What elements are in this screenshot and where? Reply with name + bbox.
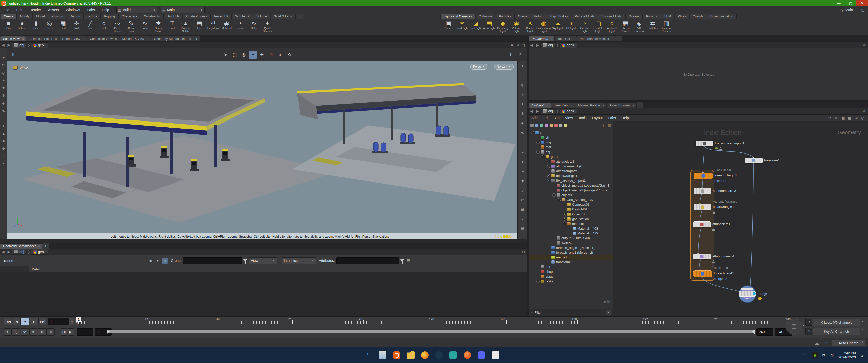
shelf-tool-portal-light[interactable]: ▢Portal Light	[592, 20, 605, 33]
node-body[interactable]	[694, 204, 711, 210]
snapshot-icon[interactable]: ⌖	[249, 51, 257, 59]
tree-row-objnet1[interactable]: -objnet1	[529, 193, 613, 197]
spinner-icon[interactable]: ⇕	[862, 340, 864, 343]
tree-row-gas-station[interactable]: +gas_station	[529, 217, 613, 221]
tree-row-object01[interactable]: +Object01	[529, 212, 613, 217]
shelf-tool-gamepad-camera[interactable]: ▥Gamepad Camera	[660, 20, 673, 33]
objects-filter-icon[interactable]	[535, 124, 538, 127]
shelf-tab-lights-and-cameras[interactable]: Lights and Cameras	[440, 13, 475, 19]
view-tool-icon[interactable]: ➤	[221, 51, 229, 59]
spreadsheet-body[interactable]: Indie	[0, 272, 527, 317]
tree-row-geo1[interactable]: -geo1	[529, 154, 613, 159]
global-animation-icon[interactable]: ⊕	[29, 328, 37, 335]
expand-icon[interactable]: +	[563, 212, 566, 216]
close-icon[interactable]: ✕	[115, 38, 117, 40]
shelf-tab-simple-fx[interactable]: Simple FX	[232, 13, 253, 19]
select-points-icon[interactable]: ✱	[0, 92, 7, 99]
forward-icon[interactable]: ▶	[6, 250, 12, 254]
expand-icon[interactable]: +	[547, 174, 550, 177]
pin-icon[interactable]: ☊	[863, 43, 866, 47]
tree-row-object-merge1[interactable]: object_merge1 (../objnet1/Gas_S	[529, 183, 613, 188]
shelf-tool-environment-light[interactable]: ◍Environment Light	[537, 20, 550, 33]
view-dropdown[interactable]: View▼	[249, 257, 277, 264]
taskbar-app-steam[interactable]	[434, 350, 444, 360]
shelf-tab-collisions[interactable]: Collisions	[475, 13, 496, 19]
select-edges-icon[interactable]: ◈	[0, 99, 7, 107]
shelf-tool-draw-curve[interactable]: ✎Draw Curve	[125, 20, 138, 33]
tree-row-output0[interactable]: output0 (Output #0)	[529, 236, 613, 240]
close-icon[interactable]: ✕	[547, 104, 549, 107]
update-mode-dropdown[interactable]: Auto Update	[832, 339, 865, 346]
expand-icon[interactable]: +	[563, 217, 566, 221]
spinner-icon[interactable]: ⇕	[862, 328, 864, 331]
display-primitives-icon[interactable]: ✱	[518, 109, 528, 119]
network-menu-help[interactable]: Help	[619, 114, 631, 122]
camera-selector[interactable]: No cam▼	[494, 64, 514, 70]
tree-row-stage[interactable]: stage	[529, 274, 613, 279]
node-body[interactable]	[745, 158, 763, 163]
close-icon[interactable]: ✕	[632, 104, 634, 107]
tree-row-shop[interactable]: shop	[529, 269, 613, 274]
scene-tab-scene-view[interactable]: Scene View✕	[0, 36, 26, 41]
shelf-tab-crowds[interactable]: Crowds	[689, 13, 707, 19]
path-node[interactable]: geo1	[560, 42, 577, 48]
shelf-tab-texture[interactable]: Texture	[84, 13, 101, 19]
camera-link-icon[interactable]: ▣	[511, 43, 514, 47]
network-menu-go[interactable]: Go	[552, 114, 562, 122]
tree-row-attribdelete1[interactable]: +attribdelete1	[529, 159, 613, 164]
tree-row-obj[interactable]: -obj	[529, 150, 613, 154]
lighting-mode-icon[interactable]: ○	[518, 186, 528, 195]
geometry-filter-icon[interactable]	[540, 124, 543, 127]
shelf-tab-rigging[interactable]: Rigging	[101, 13, 118, 19]
shelf-tool-distant-light[interactable]: ☀Distant Light	[524, 20, 537, 33]
new-tab-button[interactable]: +	[637, 102, 643, 108]
show-detail-icon[interactable]: ◍	[162, 258, 168, 264]
back-icon[interactable]: ◀	[0, 250, 6, 254]
node-body[interactable]	[693, 221, 711, 227]
new-tab-button[interactable]: +	[616, 36, 622, 41]
path-node[interactable]: geo1	[31, 42, 48, 48]
shelf-tool-l-system[interactable]: ΨL-System	[207, 20, 219, 30]
taskbar-app-houdini[interactable]	[392, 350, 402, 360]
tree-row-switch2[interactable]: switch2	[529, 240, 613, 245]
menu-edit[interactable]: Edit	[13, 6, 26, 13]
menu-render[interactable]: Render	[26, 6, 45, 13]
camera-lock-icon[interactable]: ➤	[518, 61, 528, 71]
visualizers-icon[interactable]: ■	[518, 166, 528, 176]
shelf-tab-characters[interactable]: Characters	[118, 13, 140, 19]
quickplane-icon[interactable]: ○	[0, 152, 7, 160]
tree-row-gas-station-fbx[interactable]: -Gas_Station_FBX	[529, 197, 613, 202]
select-objects-icon[interactable]: ✚	[0, 84, 7, 92]
shelf-tool-grid[interactable]: ▦Grid	[57, 20, 70, 30]
shelf-tab-pyro-fx[interactable]: Pyro FX	[643, 13, 661, 19]
shelf-tab-create[interactable]: Create	[0, 13, 17, 19]
shelf-tab-sidefx-labs[interactable]: SideFX Labs	[271, 13, 295, 19]
tree-collapse-all-icon[interactable]: ▤	[598, 121, 606, 129]
shadows-icon[interactable]: ✂	[518, 195, 528, 205]
collapse-icon[interactable]: -	[542, 155, 545, 158]
attributes-filter-icon[interactable]	[400, 259, 404, 262]
shelf-tab-model[interactable]: Model	[33, 13, 48, 19]
shelf-tool-geometry-light[interactable]: ◆Geometry Light	[496, 20, 509, 33]
network-menu-tools[interactable]: Tools	[576, 114, 589, 122]
layout-icon[interactable]: ◫	[860, 6, 867, 13]
network-menu-labs[interactable]: Labs	[606, 114, 619, 122]
materials-filter-icon[interactable]	[550, 124, 553, 127]
network-menu-view[interactable]: View	[562, 114, 576, 122]
node-body[interactable]	[694, 188, 711, 194]
close-icon[interactable]: ✕	[83, 38, 85, 40]
menu-file[interactable]: File	[0, 6, 13, 13]
range-start-field[interactable]: 1	[77, 328, 93, 335]
material-preview-icon[interactable]: ◆	[518, 176, 528, 186]
shelf-tool-sky-light[interactable]: ☁Sky Light	[551, 20, 564, 30]
node-body[interactable]	[693, 254, 711, 259]
attributes-input[interactable]	[336, 257, 399, 264]
shelf-tab-terrain-fx[interactable]: Terrain FX	[211, 13, 231, 19]
shelf-tool-helix[interactable]: ∿Helix	[247, 20, 260, 30]
snap-grid-icon[interactable]: ⌗	[9, 51, 17, 59]
range-slider-left-handle[interactable]	[107, 329, 110, 334]
path-context[interactable]: obj	[12, 42, 27, 48]
pin-icon[interactable]: ☊	[863, 109, 866, 113]
channel-scope-icon[interactable]: ⇄	[805, 319, 812, 326]
tree-row-fbx-archive-import1[interactable]: -fbx_archive_import1	[529, 178, 613, 183]
